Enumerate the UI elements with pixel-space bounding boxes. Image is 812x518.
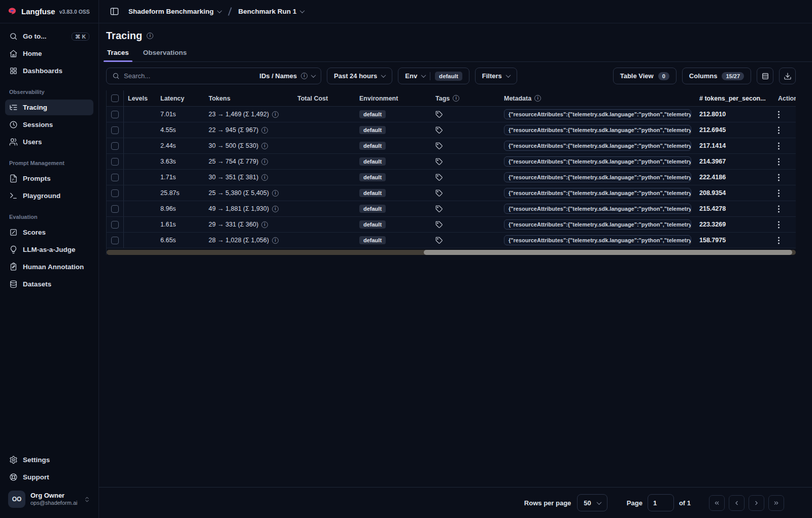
sidebar-item-settings[interactable]: Settings bbox=[5, 452, 93, 468]
sidebar-item-sessions[interactable]: Sessions bbox=[5, 117, 93, 133]
info-icon[interactable] bbox=[261, 221, 268, 228]
export-button[interactable] bbox=[779, 68, 796, 84]
table-row[interactable]: 6.65s 28 → 1,028 (Σ 1,056) default {"res… bbox=[107, 233, 796, 248]
row-checkbox[interactable] bbox=[111, 205, 119, 213]
metadata-value[interactable]: {"resourceAttributes":{"telemetry.sdk.la… bbox=[504, 219, 691, 230]
search-input[interactable] bbox=[124, 72, 255, 80]
last-page-button[interactable] bbox=[768, 495, 784, 511]
sidebar-item-datasets[interactable]: Datasets bbox=[5, 276, 93, 292]
info-icon[interactable] bbox=[261, 143, 268, 149]
column-header-levels[interactable]: Levels bbox=[124, 90, 156, 106]
row-checkbox[interactable] bbox=[111, 126, 119, 134]
filters-dropdown[interactable]: Filters bbox=[475, 68, 517, 84]
tab-traces[interactable]: Traces bbox=[106, 46, 130, 61]
info-icon[interactable] bbox=[261, 127, 268, 134]
metadata-value[interactable]: {"resourceAttributes":{"telemetry.sdk.la… bbox=[504, 204, 691, 214]
metadata-value[interactable]: {"resourceAttributes":{"telemetry.sdk.la… bbox=[504, 141, 691, 151]
next-page-button[interactable] bbox=[749, 495, 764, 511]
row-height-button[interactable] bbox=[757, 68, 773, 84]
column-header-latency[interactable]: Latency bbox=[156, 90, 205, 106]
sidebar-item-llm-as-a-judge[interactable]: LLM-as-a-Judge bbox=[5, 242, 93, 257]
tag-icon[interactable] bbox=[435, 221, 443, 229]
info-icon[interactable] bbox=[272, 111, 279, 118]
table-row[interactable]: 3.63s 25 → 754 (Σ 779) default {"resourc… bbox=[107, 154, 796, 170]
metadata-value[interactable]: {"resourceAttributes":{"telemetry.sdk.la… bbox=[504, 235, 691, 245]
kebab-menu-icon[interactable] bbox=[778, 224, 780, 225]
column-header-metadata[interactable]: Metadata bbox=[500, 90, 695, 106]
sidebar-item-tracing[interactable]: Tracing bbox=[5, 100, 93, 115]
table-row[interactable]: 2.44s 30 → 500 (Σ 530) default {"resourc… bbox=[107, 138, 796, 154]
metadata-value[interactable]: {"resourceAttributes":{"telemetry.sdk.la… bbox=[504, 109, 691, 119]
row-checkbox[interactable] bbox=[111, 237, 119, 244]
info-icon[interactable] bbox=[272, 206, 279, 212]
sidebar-item-users[interactable]: Users bbox=[5, 134, 93, 150]
kebab-menu-icon[interactable] bbox=[778, 145, 780, 147]
column-header-tokens-per-second[interactable]: # tokens_per_secon... bbox=[695, 90, 769, 106]
kebab-menu-icon[interactable] bbox=[778, 240, 780, 241]
column-header-tokens[interactable]: Tokens bbox=[205, 90, 293, 106]
page-number-input[interactable] bbox=[648, 494, 674, 511]
row-checkbox[interactable] bbox=[111, 189, 119, 197]
search-mode-dropdown[interactable]: IDs / Names bbox=[259, 72, 315, 80]
info-icon[interactable] bbox=[147, 33, 153, 39]
horizontal-scrollbar[interactable] bbox=[107, 250, 796, 255]
row-checkbox[interactable] bbox=[111, 158, 119, 166]
info-icon[interactable] bbox=[272, 237, 279, 244]
env-dropdown[interactable]: Env default bbox=[398, 68, 469, 84]
first-page-button[interactable] bbox=[709, 495, 725, 511]
tag-icon[interactable] bbox=[435, 189, 443, 197]
breadcrumb-project[interactable]: Benchmark Run 1 bbox=[239, 8, 304, 15]
info-icon[interactable] bbox=[261, 174, 268, 181]
previous-page-button[interactable] bbox=[729, 495, 745, 511]
goto-search[interactable]: Go to... ⌘ K bbox=[5, 28, 93, 44]
tag-icon[interactable] bbox=[435, 237, 443, 244]
columns-button[interactable]: Columns 15/27 bbox=[682, 68, 751, 84]
scrollbar-thumb[interactable] bbox=[424, 250, 793, 255]
column-header-environment[interactable]: Environment bbox=[355, 90, 431, 106]
sidebar-item-prompts[interactable]: Prompts bbox=[5, 171, 93, 186]
kebab-menu-icon[interactable] bbox=[778, 161, 780, 163]
row-checkbox[interactable] bbox=[111, 221, 119, 229]
kebab-menu-icon[interactable] bbox=[778, 177, 780, 178]
row-checkbox[interactable] bbox=[111, 111, 119, 118]
info-icon[interactable] bbox=[261, 158, 268, 165]
tag-icon[interactable] bbox=[435, 174, 443, 181]
row-checkbox[interactable] bbox=[111, 142, 119, 150]
table-row[interactable]: 1.71s 30 → 351 (Σ 381) default {"resourc… bbox=[107, 170, 796, 185]
column-header-tags[interactable]: Tags bbox=[431, 90, 500, 106]
brand[interactable]: Langfuse v3.83.0 OSS bbox=[0, 0, 98, 23]
table-view-button[interactable]: Table View 0 bbox=[613, 68, 676, 84]
select-all-checkbox[interactable] bbox=[111, 94, 119, 102]
tab-observations[interactable]: Observations bbox=[142, 46, 188, 61]
tag-icon[interactable] bbox=[435, 142, 443, 150]
table-row[interactable]: 4.55s 22 → 945 (Σ 967) default {"resourc… bbox=[107, 122, 796, 138]
rows-per-page-select[interactable]: 50 bbox=[577, 494, 607, 511]
metadata-value[interactable]: {"resourceAttributes":{"telemetry.sdk.la… bbox=[504, 172, 691, 182]
sidebar-item-playground[interactable]: Playground bbox=[5, 188, 93, 204]
row-checkbox[interactable] bbox=[111, 174, 119, 181]
column-header-total-cost[interactable]: Total Cost bbox=[293, 90, 355, 106]
kebab-menu-icon[interactable] bbox=[778, 192, 780, 194]
sidebar-item-support[interactable]: Support bbox=[5, 469, 93, 485]
sidebar-item-scores[interactable]: Scores bbox=[5, 224, 93, 240]
sidebar-item-home[interactable]: Home bbox=[5, 46, 93, 61]
kebab-menu-icon[interactable] bbox=[778, 208, 780, 210]
tag-icon[interactable] bbox=[435, 158, 443, 166]
kebab-menu-icon[interactable] bbox=[778, 114, 780, 115]
breadcrumb-org[interactable]: Shadeform Benchmarking bbox=[128, 8, 221, 15]
user-menu[interactable]: OO Org Owner ops@shadeform.ai bbox=[5, 487, 93, 515]
metadata-value[interactable]: {"resourceAttributes":{"telemetry.sdk.la… bbox=[504, 125, 691, 135]
info-icon[interactable] bbox=[272, 190, 279, 197]
tag-icon[interactable] bbox=[435, 111, 443, 118]
tag-icon[interactable] bbox=[435, 126, 443, 134]
metadata-value[interactable]: {"resourceAttributes":{"telemetry.sdk.la… bbox=[504, 156, 691, 167]
kebab-menu-icon[interactable] bbox=[778, 130, 780, 131]
table-row[interactable]: 8.96s 49 → 1,881 (Σ 1,930) default {"res… bbox=[107, 201, 796, 217]
tag-icon[interactable] bbox=[435, 205, 443, 213]
sidebar-item-dashboards[interactable]: Dashboards bbox=[5, 63, 93, 79]
table-row[interactable]: 1.61s 29 → 331 (Σ 360) default {"resourc… bbox=[107, 217, 796, 233]
sidebar-toggle-button[interactable] bbox=[107, 5, 121, 19]
sidebar-item-human-annotation[interactable]: Human Annotation bbox=[5, 259, 93, 275]
table-row[interactable]: 7.01s 23 → 1,469 (Σ 1,492) default {"res… bbox=[107, 107, 796, 122]
table-row[interactable]: 25.87s 25 → 5,380 (Σ 5,405) default {"re… bbox=[107, 185, 796, 201]
